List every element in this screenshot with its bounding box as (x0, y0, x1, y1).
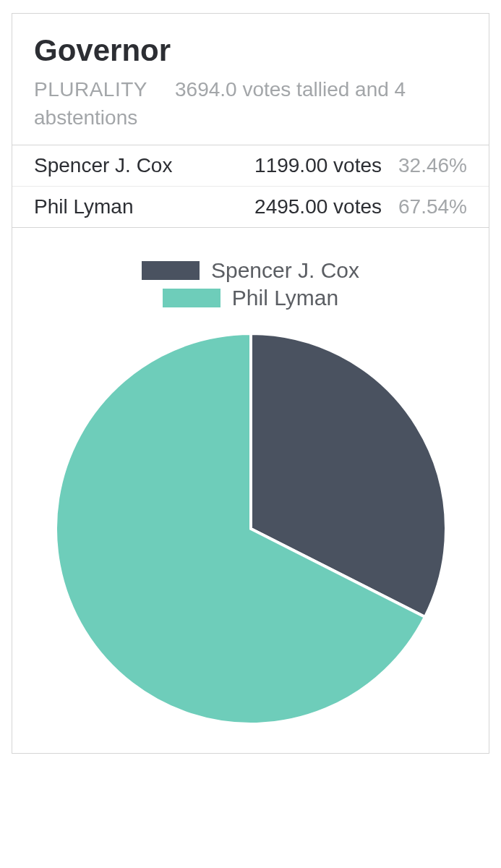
legend-item: Phil Lyman (163, 284, 338, 312)
legend-item: Spencer J. Cox (142, 257, 359, 284)
candidate-row: Phil Lyman 2495.00 votes 67.54% (12, 186, 489, 227)
race-subline: PLURALITY3694.0 votes tallied and 4 abst… (34, 76, 467, 132)
candidate-pct: 67.54% (395, 195, 467, 218)
candidate-name: Spencer J. Cox (34, 154, 254, 177)
candidate-name: Phil Lyman (34, 195, 254, 218)
legend-label: Spencer J. Cox (211, 258, 359, 283)
candidate-rows: Spencer J. Cox 1199.00 votes 32.46% Phil… (12, 145, 489, 228)
candidate-row: Spencer J. Cox 1199.00 votes 32.46% (12, 145, 489, 186)
card-header: Governor PLURALITY3694.0 votes tallied a… (12, 14, 489, 145)
chart-area: Spencer J. Cox Phil Lyman (12, 228, 489, 753)
legend-swatch (163, 289, 220, 307)
pie-chart (34, 326, 467, 731)
legend-label: Phil Lyman (232, 286, 338, 310)
voting-method-tag: PLURALITY (34, 78, 147, 101)
candidate-votes: 1199.00 votes (254, 154, 382, 177)
legend-swatch (142, 261, 200, 280)
pie-legend: Spencer J. Cox Phil Lyman (34, 257, 467, 312)
pie-svg (48, 326, 453, 731)
candidate-votes: 2495.00 votes (254, 195, 382, 218)
results-card: Governor PLURALITY3694.0 votes tallied a… (12, 13, 489, 754)
candidate-pct: 32.46% (395, 154, 467, 177)
race-title: Governor (34, 30, 467, 72)
